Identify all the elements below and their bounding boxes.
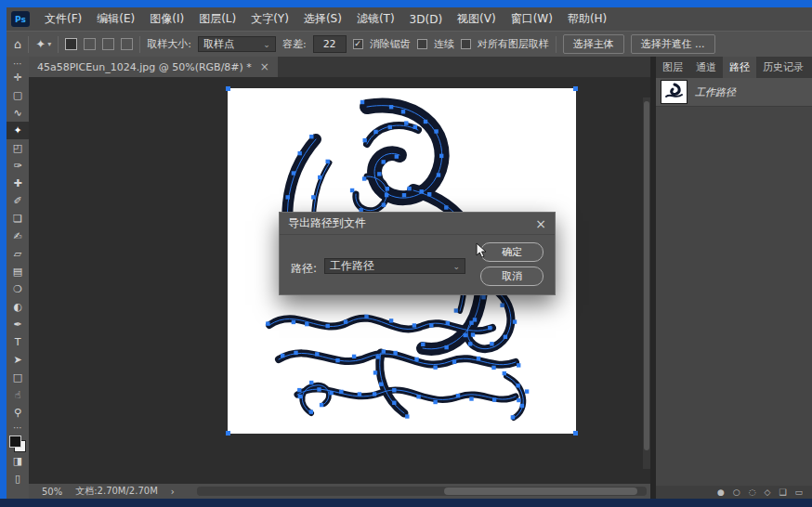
taskbar-strip — [0, 499, 812, 507]
magic-wand-preset-icon[interactable]: ✦ — [35, 37, 46, 51]
menu-bar: Ps 文件(F) 编辑(E) 图像(I) 图层(L) 文字(Y) 选择(S) 滤… — [7, 7, 812, 31]
menu-layer[interactable]: 图层(L) — [191, 8, 243, 30]
tool-magic-wand[interactable]: ✦ — [7, 122, 29, 139]
window-accent-left — [0, 7, 7, 499]
tool-zoom[interactable]: ⚲ — [7, 404, 29, 422]
status-chevron-icon[interactable]: › — [171, 487, 175, 497]
tool-spot-healing-brush[interactable]: ✚ — [7, 175, 29, 192]
sample-size-dropdown[interactable]: 取样点 ⌄ — [198, 36, 276, 52]
path-selection-icon: ➤ — [13, 354, 21, 366]
path-corner-anchor[interactable] — [226, 431, 230, 436]
tool-clone-stamp[interactable]: ❏ — [7, 210, 29, 228]
selection-new-icon[interactable] — [65, 38, 77, 50]
path-dropdown[interactable]: 工作路径 ⌄ — [324, 258, 465, 274]
work-path-label: 工作路径 — [695, 85, 736, 99]
horizontal-scrollbar-thumb[interactable] — [444, 488, 637, 495]
new-path-icon[interactable]: ❑ — [779, 488, 786, 497]
toolbar-more-icon[interactable]: ⋯ — [13, 422, 22, 433]
select-and-mask-button[interactable]: 选择并遮住 ... — [631, 34, 715, 54]
vertical-scrollbar[interactable] — [643, 98, 650, 469]
color-swatches[interactable] — [9, 436, 26, 452]
screen-mode-button[interactable]: ▯ — [7, 470, 29, 488]
tool-path-selection[interactable]: ➤ — [7, 351, 29, 369]
close-icon[interactable]: × — [535, 216, 546, 231]
load-selection-icon[interactable]: ◌ — [749, 488, 756, 497]
path-corner-anchor[interactable] — [573, 86, 578, 91]
tool-eyedropper[interactable]: ✑ — [7, 157, 29, 175]
healing-brush-icon: ✚ — [13, 177, 21, 189]
menu-view[interactable]: 视图(V) — [450, 8, 504, 30]
stroke-path-icon[interactable]: ○ — [733, 488, 740, 497]
selection-subtract-icon[interactable] — [102, 38, 114, 50]
work-path-row[interactable]: 工作路径 — [656, 78, 812, 107]
tool-type[interactable]: T — [7, 333, 29, 351]
home-icon[interactable]: ⌂ — [14, 37, 21, 51]
menu-select[interactable]: 选择(S) — [296, 8, 349, 30]
tool-move[interactable]: ✛ — [7, 69, 29, 86]
eyedropper-icon: ✑ — [13, 160, 21, 172]
document-tab-title: 45a58PICEun_1024.jpg @ 50%(RGB/8#) * — [37, 61, 252, 73]
tool-dodge[interactable]: ◐ — [7, 298, 29, 316]
canvas-area[interactable]: 导出路径到文件 × 路径: 工作路径 ⌄ 确定 取消 — [29, 77, 650, 484]
vertical-scrollbar-thumb[interactable] — [644, 101, 649, 450]
menu-edit[interactable]: 编辑(E) — [89, 8, 142, 30]
path-corner-anchor[interactable] — [226, 86, 230, 91]
path-corner-anchor[interactable] — [573, 431, 578, 436]
antialias-label: 消除锯齿 — [370, 37, 411, 51]
horizontal-scrollbar[interactable] — [197, 487, 647, 496]
sample-all-layers-checkbox[interactable] — [461, 39, 471, 49]
document-tab[interactable]: 45a58PICEun_1024.jpg @ 50%(RGB/8#) * × — [29, 57, 278, 77]
tool-eraser[interactable]: ▱ — [7, 245, 29, 263]
tool-rectangular-marquee[interactable]: ▢ — [7, 86, 29, 104]
tolerance-input[interactable]: 22 — [313, 35, 347, 53]
menu-3d[interactable]: 3D(D) — [402, 10, 450, 29]
tab-history[interactable]: 历史记录 — [756, 57, 810, 78]
menu-image[interactable]: 图像(I) — [142, 8, 191, 30]
eraser-icon: ▱ — [14, 248, 21, 260]
menu-window[interactable]: 窗口(W) — [504, 8, 560, 30]
ok-button[interactable]: 确定 — [480, 242, 544, 262]
tab-channels[interactable]: 通道 — [689, 57, 723, 78]
tool-brush[interactable]: ✐ — [7, 192, 29, 210]
antialias-checkbox[interactable]: ✓ — [353, 39, 363, 49]
toolbar-more-icon[interactable]: ⋯ — [13, 58, 22, 69]
tool-gradient[interactable]: ▤ — [7, 263, 29, 280]
fill-path-icon[interactable]: ● — [717, 488, 725, 497]
tool-hand[interactable]: ☝ — [7, 386, 29, 404]
cancel-button[interactable]: 取消 — [480, 266, 544, 286]
contiguous-checkbox[interactable] — [417, 39, 427, 49]
selection-add-icon[interactable] — [84, 38, 96, 50]
zoom-level[interactable]: 50% — [42, 487, 62, 497]
tool-crop[interactable]: ◰ — [7, 139, 29, 157]
make-work-path-icon[interactable]: ◇ — [764, 488, 770, 497]
tab-paths[interactable]: 路径 — [723, 57, 756, 78]
tool-rectangle[interactable]: □ — [7, 369, 29, 386]
panel-tab-bar: 图层 通道 路径 历史记录 属性 — [656, 57, 812, 78]
magic-wand-icon: ✦ — [13, 124, 21, 136]
selection-intersect-icon[interactable] — [121, 38, 133, 50]
separator — [28, 36, 29, 53]
sample-all-layers-label: 对所有图层取样 — [478, 37, 549, 51]
screen-mode-icon: ▯ — [15, 473, 20, 485]
status-bar: 50% 文档:2.70M/2.70M › — [29, 484, 650, 499]
quick-mask-button[interactable]: ◨ — [7, 452, 29, 470]
foreground-color-swatch[interactable] — [9, 436, 21, 448]
close-icon[interactable]: × — [260, 60, 269, 73]
tab-layers[interactable]: 图层 — [656, 57, 689, 78]
menu-type[interactable]: 文字(Y) — [243, 8, 296, 30]
paths-panel-buttons: ● ○ ◌ ◇ ❑ ▭ — [656, 486, 812, 499]
preset-caret-icon: ▾ — [47, 40, 51, 48]
tool-pen[interactable]: ✒ — [7, 316, 29, 333]
tool-lasso[interactable]: ∿ — [7, 104, 29, 122]
tool-blur[interactable]: ❍ — [7, 280, 29, 298]
photoshop-window: Ps 文件(F) 编辑(E) 图像(I) 图层(L) 文字(Y) 选择(S) 滤… — [0, 0, 812, 507]
select-subject-button[interactable]: 选择主体 — [563, 34, 624, 54]
dialog-title-bar[interactable]: 导出路径到文件 × — [280, 213, 555, 235]
tool-history-brush[interactable]: ✍ — [7, 228, 29, 245]
menu-filter[interactable]: 滤镜(T) — [349, 8, 402, 30]
menu-help[interactable]: 帮助(H) — [560, 8, 614, 30]
document-area: 45a58PICEun_1024.jpg @ 50%(RGB/8#) * × — [29, 57, 650, 499]
blur-icon: ❍ — [13, 283, 22, 295]
menu-file[interactable]: 文件(F) — [37, 8, 89, 30]
delete-path-icon[interactable]: ▭ — [794, 488, 803, 497]
